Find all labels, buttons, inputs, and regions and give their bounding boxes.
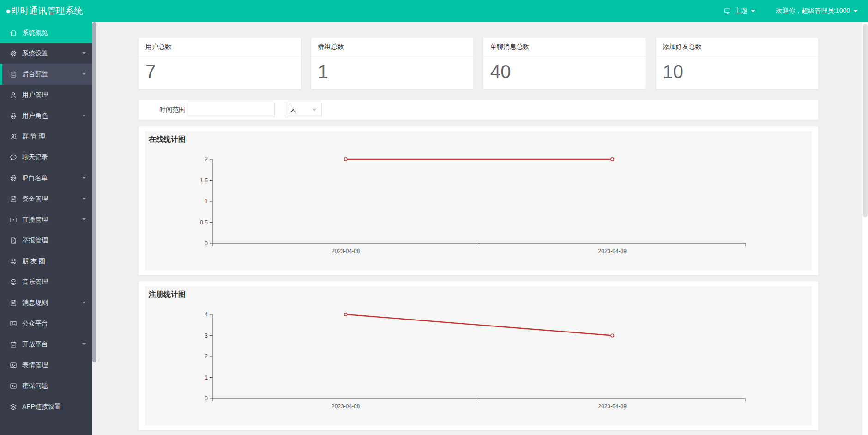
sidebar-item-2[interactable]: 后台配置 (0, 64, 92, 85)
sidebar-item-label: 表情管理 (22, 361, 48, 369)
header-right: 主题 欢迎你，超级管理员:1000 (723, 7, 858, 15)
stat-card-value: 10 (656, 57, 819, 82)
stat-card-title: 单聊消息总数 (483, 38, 646, 57)
page-scrollbar-thumb[interactable] (863, 24, 868, 217)
chevron-down-icon (82, 218, 86, 221)
period-select[interactable]: 天 (285, 103, 322, 117)
svg-text:0: 0 (205, 395, 208, 402)
sidebar-item-label: IP白名单 (22, 174, 48, 182)
filter-bar: 时间范围 天 (139, 100, 818, 120)
theme-monitor-icon (723, 7, 731, 15)
svg-text:1.5: 1.5 (200, 177, 208, 184)
chevron-down-icon (82, 52, 86, 54)
register-chart-title: 注册统计图 (149, 290, 186, 300)
theme-dropdown[interactable]: 主题 (723, 7, 755, 15)
gear-icon (9, 112, 18, 120)
sidebar-item-label: 资金管理 (22, 195, 48, 203)
sidebar-item-label: 用户角色 (22, 112, 48, 120)
sidebar-item-18[interactable]: APP链接设置 (0, 396, 92, 417)
chevron-down-icon (751, 10, 755, 12)
notebook-icon (9, 195, 18, 203)
sidebar-item-16[interactable]: 表情管理 (0, 355, 92, 375)
notebook-icon (9, 340, 18, 349)
sidebar-item-label: 后台配置 (22, 70, 48, 79)
sidebar-item-13[interactable]: 消息规则 (0, 292, 92, 313)
main-content: 用户总数7群组总数1单聊消息总数40添加好友总数10 时间范围 天 在线统计图 … (92, 22, 862, 435)
welcome-text: 欢迎你，超级管理员:1000 (776, 7, 850, 15)
sidebar-scrollbar-thumb[interactable] (92, 22, 96, 362)
gear-icon (9, 174, 18, 182)
smiley-icon (9, 257, 18, 266)
sidebar-item-9[interactable]: 直播管理 (0, 209, 92, 230)
svg-text:2: 2 (205, 353, 208, 360)
chevron-down-icon (82, 343, 86, 345)
report-icon: ? (9, 236, 18, 245)
chevron-down-icon (82, 177, 86, 179)
sidebar-item-label: 公众平台 (22, 320, 48, 328)
sidebar-item-1[interactable]: 系统设置 (0, 43, 92, 64)
sidebar-item-6[interactable]: 聊天记录 (0, 147, 92, 168)
sidebar-item-label: 直播管理 (22, 216, 48, 224)
svg-text:?: ? (12, 239, 14, 242)
svg-text:2023-04-08: 2023-04-08 (332, 403, 360, 410)
sidebar-item-label: 消息规则 (22, 299, 48, 307)
theme-label: 主题 (735, 7, 747, 15)
user-menu-dropdown[interactable]: 欢迎你，超级管理员:1000 (776, 7, 858, 15)
stat-card-0: 用户总数7 (139, 38, 301, 89)
sidebar-item-label: 系统设置 (22, 49, 48, 58)
svg-text:4: 4 (205, 311, 208, 318)
image-icon (9, 361, 18, 369)
gear-icon (9, 49, 18, 58)
sidebar-item-label: 群 管 理 (22, 133, 45, 141)
stat-card-title: 群组总数 (311, 38, 474, 57)
sidebar-item-label: APP链接设置 (22, 403, 61, 411)
sidebar-item-11[interactable]: 朋 友 圈 (0, 251, 92, 272)
stats-row: 用户总数7群组总数1单聊消息总数40添加好友总数10 (139, 38, 818, 89)
chevron-down-icon (312, 109, 317, 111)
sidebar-item-label: 系统概览 (22, 29, 48, 37)
svg-text:2023-04-09: 2023-04-09 (598, 248, 627, 254)
page-scrollbar[interactable] (862, 22, 868, 435)
chevron-down-icon (82, 302, 86, 304)
online-line-chart: 00.511.522023-04-082023-04-09 (145, 131, 812, 270)
sidebar-item-14[interactable]: 公众平台 (0, 313, 92, 334)
chat-icon (9, 153, 18, 162)
sidebar-item-15[interactable]: 开放平台 (0, 334, 92, 355)
sidebar-item-label: 朋 友 圈 (22, 257, 45, 266)
chevron-down-icon (853, 10, 858, 12)
sidebar-item-17[interactable]: 密保问题 (0, 375, 92, 396)
sidebar-item-3[interactable]: 用户管理 (0, 85, 92, 105)
sidebar-item-4[interactable]: 用户角色 (0, 105, 92, 126)
users-icon (9, 133, 18, 141)
sidebar-item-5[interactable]: 群 管 理 (0, 126, 92, 147)
svg-text:1: 1 (205, 375, 208, 381)
stat-card-title: 用户总数 (139, 38, 301, 57)
image-icon (9, 320, 18, 328)
notebook-icon (9, 299, 18, 307)
sidebar-item-label: 举报管理 (22, 236, 48, 245)
svg-text:2: 2 (205, 156, 208, 163)
register-stats-card: 注册统计图 012342023-04-082023-04-09 (139, 281, 818, 430)
sidebar-item-12[interactable]: 音乐管理 (0, 272, 92, 292)
app-title: ●即时通讯管理系统 (6, 5, 83, 17)
time-range-label: 时间范围 (159, 106, 185, 114)
stat-card-value: 1 (311, 57, 474, 82)
stat-card-title: 添加好友总数 (656, 38, 819, 57)
register-stats-panel: 注册统计图 012342023-04-082023-04-09 (145, 286, 812, 425)
notebook-icon (9, 70, 18, 79)
sidebar-item-10[interactable]: ?举报管理 (0, 230, 92, 251)
svg-text:1: 1 (205, 198, 208, 205)
top-header: ●即时通讯管理系统 主题 欢迎你，超级管理员:1000 (0, 0, 868, 22)
sidebar-menu: 系统概览系统设置后台配置用户管理用户角色群 管 理聊天记录IP白名单资金管理直播… (0, 22, 92, 435)
user-icon (9, 91, 18, 99)
stat-card-value: 40 (483, 57, 646, 82)
sidebar-item-label: 音乐管理 (22, 278, 48, 286)
home-icon (9, 29, 18, 37)
sidebar-item-0[interactable]: 系统概览 (0, 22, 92, 43)
svg-text:0: 0 (205, 240, 208, 247)
online-stats-card: 在线统计图 00.511.522023-04-082023-04-09 (139, 126, 818, 275)
sidebar-item-7[interactable]: IP白名单 (0, 168, 92, 188)
sidebar-item-label: 开放平台 (22, 340, 48, 349)
sidebar-item-8[interactable]: 资金管理 (0, 188, 92, 209)
time-range-input[interactable] (188, 103, 275, 117)
